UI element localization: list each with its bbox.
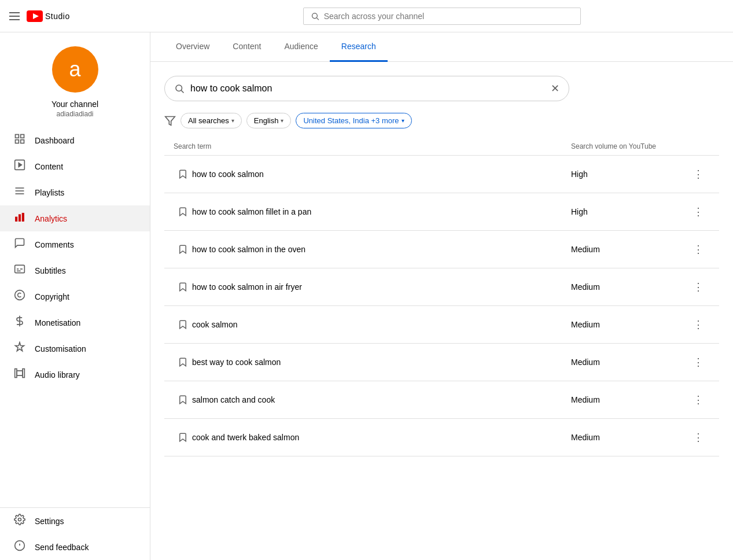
sidebar-item-label-monetisation: Monetisation xyxy=(35,318,80,327)
language-label: English xyxy=(254,116,279,125)
subtitles-icon xyxy=(14,263,25,278)
sidebar-item-analytics[interactable]: Analytics xyxy=(0,205,150,231)
list-icon xyxy=(14,185,25,200)
clear-search-button[interactable]: ✕ xyxy=(551,82,559,95)
more-options-button[interactable]: ⋮ xyxy=(687,393,710,406)
sidebar-item-content[interactable]: Content xyxy=(0,153,150,179)
sidebar-bottom: Settings Send feedback xyxy=(0,507,150,560)
search-icon xyxy=(311,12,319,21)
filter-language[interactable]: English ▾ xyxy=(246,113,292,128)
research-content: ✕ All searches ▾ English ▾ United States… xyxy=(150,62,733,470)
channel-info: a Your channel adiadiadiadi xyxy=(0,32,150,127)
svg-point-28 xyxy=(176,85,182,91)
search-term-label: how to cook salmon in air fryer xyxy=(192,282,571,292)
bookmark-button[interactable] xyxy=(174,240,192,259)
tab-research[interactable]: Research xyxy=(330,32,388,62)
sidebar-item-label-analytics: Analytics xyxy=(35,214,67,223)
sidebar-item-label-send-feedback: Send feedback xyxy=(35,543,89,552)
grid-icon xyxy=(14,133,25,148)
search-term-label: cook salmon xyxy=(192,320,571,329)
bookmark-button[interactable] xyxy=(174,202,192,221)
table-row: cook salmon Medium ⋮ xyxy=(164,306,719,344)
search-term-label: best way to cook salmon xyxy=(192,358,571,367)
dollar-icon xyxy=(14,315,25,330)
sidebar-item-customisation[interactable]: Customisation xyxy=(0,336,150,362)
location-label: United States, India +3 more xyxy=(303,116,399,125)
search-volume-label: Medium xyxy=(571,433,687,442)
svg-point-2 xyxy=(312,13,317,18)
sidebar-item-label-dashboard: Dashboard xyxy=(35,136,75,145)
research-search-input[interactable] xyxy=(190,83,545,94)
sidebar-item-audio-library[interactable]: Audio library xyxy=(0,362,150,388)
sidebar-item-send-feedback[interactable]: Send feedback xyxy=(0,534,150,560)
play-icon xyxy=(14,159,25,174)
more-options-button[interactable]: ⋮ xyxy=(687,356,710,369)
bookmark-button[interactable] xyxy=(174,278,192,296)
bookmark-button[interactable] xyxy=(174,165,192,183)
search-volume-label: Medium xyxy=(571,320,687,329)
more-options-button[interactable]: ⋮ xyxy=(687,281,710,293)
topbar-search-area xyxy=(160,8,724,25)
search-volume-label: High xyxy=(571,170,687,179)
sidebar-item-label-settings: Settings xyxy=(35,517,64,526)
more-options-button[interactable]: ⋮ xyxy=(687,318,710,331)
table-row: how to cook salmon in air fryer Medium ⋮ xyxy=(164,268,719,306)
tabs: Overview Content Audience Research xyxy=(150,32,733,62)
comment-icon xyxy=(14,237,25,252)
filter-icon xyxy=(164,115,176,127)
global-search-bar[interactable] xyxy=(303,8,581,25)
sidebar-item-dashboard[interactable]: Dashboard xyxy=(0,127,150,153)
bookmark-button[interactable] xyxy=(174,428,192,447)
search-volume-label: Medium xyxy=(571,245,687,254)
sidebar-item-settings[interactable]: Settings xyxy=(0,508,150,534)
sidebar-item-monetisation[interactable]: Monetisation xyxy=(0,310,150,336)
channel-handle: adiadiadiadi xyxy=(56,110,93,118)
content-area: Overview Content Audience Research ✕ xyxy=(150,32,733,560)
more-options-button[interactable]: ⋮ xyxy=(687,431,710,444)
bookmark-button[interactable] xyxy=(174,315,192,334)
all-searches-label: All searches xyxy=(188,116,229,125)
sidebar-item-label-copyright: Copyright xyxy=(35,292,69,301)
sidebar: a Your channel adiadiadiadi Dashboard Co… xyxy=(0,32,150,560)
sidebar-item-comments[interactable]: Comments xyxy=(0,231,150,257)
magic-icon xyxy=(14,341,25,356)
more-options-button[interactable]: ⋮ xyxy=(687,243,710,256)
bookmark-button[interactable] xyxy=(174,353,192,371)
search-volume-label: Medium xyxy=(571,282,687,292)
svg-rect-13 xyxy=(16,217,17,222)
bookmark-button[interactable] xyxy=(174,390,192,409)
search-icon xyxy=(174,83,185,94)
svg-marker-30 xyxy=(165,116,175,125)
svg-marker-9 xyxy=(19,163,21,167)
svg-rect-7 xyxy=(21,140,24,143)
svg-rect-4 xyxy=(16,135,19,138)
channel-name: Your channel xyxy=(51,100,98,109)
sidebar-item-subtitles[interactable]: Subtitles xyxy=(0,257,150,283)
search-term-label: how to cook salmon in the oven xyxy=(192,245,571,254)
svg-rect-5 xyxy=(21,135,24,138)
topbar: Studio xyxy=(0,0,733,32)
svg-line-3 xyxy=(316,17,318,19)
filter-all-searches[interactable]: All searches ▾ xyxy=(181,113,242,128)
menu-icon[interactable] xyxy=(9,12,20,20)
research-search-bar[interactable]: ✕ xyxy=(164,76,569,101)
bar-chart-icon xyxy=(14,211,25,226)
tab-audience[interactable]: Audience xyxy=(272,32,329,62)
search-volume-label: Medium xyxy=(571,358,687,367)
sidebar-item-label-playlists: Playlists xyxy=(35,188,64,197)
sidebar-item-label-customisation: Customisation xyxy=(35,344,86,353)
tab-overview[interactable]: Overview xyxy=(164,32,221,62)
filter-location[interactable]: United States, India +3 more ▾ xyxy=(296,113,411,128)
svg-rect-16 xyxy=(15,265,25,272)
svg-rect-14 xyxy=(19,215,20,222)
sidebar-item-label-audio-library: Audio library xyxy=(35,370,80,380)
more-options-button[interactable]: ⋮ xyxy=(687,205,710,218)
svg-point-20 xyxy=(15,290,25,300)
tab-content[interactable]: Content xyxy=(221,32,272,62)
sidebar-item-playlists[interactable]: Playlists xyxy=(0,179,150,205)
col-header-term: Search term xyxy=(174,142,571,150)
youtube-logo-icon xyxy=(27,10,43,22)
global-search-input[interactable] xyxy=(324,12,573,21)
more-options-button[interactable]: ⋮ xyxy=(687,168,710,180)
sidebar-item-copyright[interactable]: Copyright xyxy=(0,283,150,310)
